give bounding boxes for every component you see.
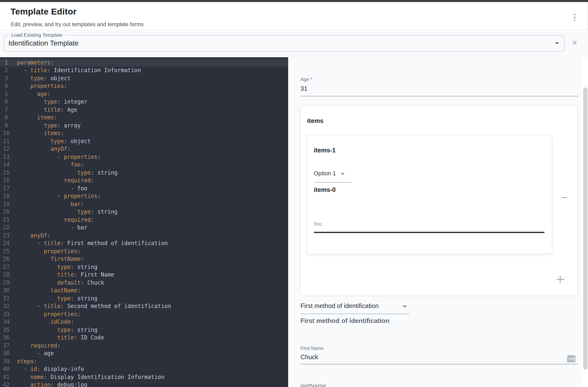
code-line[interactable]: 3 type: object bbox=[0, 74, 288, 82]
autofill-icon[interactable] bbox=[567, 355, 575, 362]
age-input-underline bbox=[300, 96, 578, 96]
line-number: 5 bbox=[0, 90, 13, 98]
code-line[interactable]: 26 firstName: bbox=[0, 255, 288, 263]
code-line[interactable]: 38 - age bbox=[0, 349, 288, 357]
line-number: 7 bbox=[0, 106, 13, 114]
line-number: 12 bbox=[0, 145, 13, 153]
code-line[interactable]: 5 age: bbox=[0, 90, 288, 98]
line-number: 42 bbox=[0, 381, 13, 387]
code-line[interactable]: 42 action: debug:log bbox=[0, 381, 288, 387]
item-variant-select[interactable]: Option 1 bbox=[314, 169, 354, 179]
code-line[interactable]: 36 title: ID Code bbox=[0, 334, 288, 342]
line-number: 28 bbox=[0, 271, 13, 279]
clear-template-button[interactable]: ✕ bbox=[570, 39, 579, 48]
line-number: 20 bbox=[0, 208, 13, 216]
line-number: 21 bbox=[0, 216, 13, 224]
line-number: 14 bbox=[0, 161, 13, 169]
first-name-underline bbox=[300, 364, 578, 365]
code-line[interactable]: 11 type: object bbox=[0, 137, 288, 145]
code-line[interactable]: 22 - bar bbox=[0, 224, 288, 232]
line-number: 18 bbox=[0, 192, 13, 200]
code-line[interactable]: 23 anyOf: bbox=[0, 232, 288, 239]
code-line[interactable]: 40 - id: display-info bbox=[0, 365, 288, 373]
code-line[interactable]: 30 lastName: bbox=[0, 287, 288, 294]
code-line[interactable]: 39steps: bbox=[0, 357, 288, 365]
page-title: Template Editor bbox=[10, 7, 77, 17]
remove-item-button[interactable] bbox=[561, 195, 567, 200]
code-line[interactable]: 31 type: string bbox=[0, 294, 288, 302]
line-number: 3 bbox=[0, 74, 13, 82]
line-number: 15 bbox=[0, 169, 13, 176]
code-line[interactable]: 21 required: bbox=[0, 216, 288, 224]
item-title: items-1 bbox=[314, 147, 336, 154]
line-number: 6 bbox=[0, 98, 13, 106]
identification-method-value: First method of identification bbox=[300, 302, 379, 310]
code-line[interactable]: 9 type: array bbox=[0, 121, 288, 129]
age-input[interactable]: 31 bbox=[300, 85, 308, 92]
code-line[interactable]: 28 title: First Name bbox=[0, 271, 288, 279]
template-loader-section: Load Existing Template Identification Te… bbox=[0, 30, 588, 57]
foo-input-underline bbox=[314, 232, 544, 233]
line-number: 31 bbox=[0, 294, 13, 302]
code-line[interactable]: 35 type: string bbox=[0, 326, 288, 334]
code-line[interactable]: 37 required: bbox=[0, 342, 288, 349]
template-editor-page: Template Editor Edit, preview, and try o… bbox=[0, 0, 588, 387]
code-line[interactable]: 8 items: bbox=[0, 114, 288, 121]
code-line[interactable]: 14 foo: bbox=[0, 161, 288, 169]
items-heading: items bbox=[307, 117, 323, 125]
add-item-button[interactable] bbox=[556, 275, 564, 283]
code-line[interactable]: 13 - properties: bbox=[0, 153, 288, 161]
code-line[interactable]: 34 idCode: bbox=[0, 318, 288, 326]
first-name-input[interactable]: Chuck bbox=[300, 353, 318, 361]
line-number: 33 bbox=[0, 310, 13, 318]
code-line[interactable]: 18 - properties: bbox=[0, 192, 288, 200]
code-line[interactable]: 12 anyOf: bbox=[0, 145, 288, 153]
line-number: 23 bbox=[0, 232, 13, 239]
page-scrollbar-thumb[interactable] bbox=[583, 87, 588, 370]
code-line[interactable]: 32 - title: Second method of identificat… bbox=[0, 302, 288, 310]
line-number: 32 bbox=[0, 302, 13, 310]
code-line[interactable]: 15 type: string bbox=[0, 169, 288, 176]
method-select-underline bbox=[300, 313, 409, 314]
code-line[interactable]: 7 title: Age bbox=[0, 106, 288, 114]
line-number: 19 bbox=[0, 200, 13, 208]
minus-icon bbox=[562, 197, 567, 198]
identification-method-select[interactable]: First method of identification bbox=[300, 302, 409, 312]
code-line[interactable]: 10 items: bbox=[0, 129, 288, 137]
code-line[interactable]: 4 properties: bbox=[0, 82, 288, 90]
code-line[interactable]: 20 type: string bbox=[0, 208, 288, 216]
line-number: 36 bbox=[0, 334, 13, 342]
code-line[interactable]: 1parameters: bbox=[0, 59, 288, 67]
kebab-menu-icon[interactable] bbox=[571, 12, 579, 24]
code-line[interactable]: 33 properties: bbox=[0, 310, 288, 318]
method-section-heading: First method of identification bbox=[300, 317, 389, 325]
item-variant-value: Option 1 bbox=[314, 170, 336, 176]
load-template-label: Load Existing Template bbox=[9, 32, 64, 38]
chevron-down-icon bbox=[402, 306, 407, 308]
load-template-select[interactable]: Load Existing Template Identification Te… bbox=[4, 35, 565, 51]
line-number: 25 bbox=[0, 247, 13, 255]
code-line[interactable]: 24 - title: First method of identificati… bbox=[0, 239, 288, 247]
code-line[interactable]: 25 properties: bbox=[0, 247, 288, 255]
line-number: 13 bbox=[0, 153, 13, 161]
line-number: 24 bbox=[0, 239, 13, 247]
items-entry-card: items-1 Option 1 items-0 foo bbox=[307, 135, 552, 254]
foo-input[interactable]: foo bbox=[314, 220, 322, 227]
code-line[interactable]: 29 default: Chuck bbox=[0, 279, 288, 287]
code-line[interactable]: 41 name: Display Identification Informat… bbox=[0, 373, 288, 381]
yaml-code-editor[interactable]: 1parameters:2 - title: Identification In… bbox=[0, 57, 288, 387]
chevron-down-icon bbox=[340, 173, 344, 175]
line-number: 22 bbox=[0, 224, 13, 232]
line-number: 27 bbox=[0, 263, 13, 271]
code-line[interactable]: 16 required: bbox=[0, 176, 288, 184]
line-number: 34 bbox=[0, 318, 13, 326]
code-line[interactable]: 2 - title: Identification Information bbox=[0, 67, 288, 74]
code-line[interactable]: 17 - foo bbox=[0, 184, 288, 192]
code-line[interactable]: 27 type: string bbox=[0, 263, 288, 271]
line-number: 30 bbox=[0, 287, 13, 294]
line-number: 37 bbox=[0, 342, 13, 349]
code-line[interactable]: 6 type: integer bbox=[0, 98, 288, 106]
code-line[interactable]: 19 bar: bbox=[0, 200, 288, 208]
line-number: 35 bbox=[0, 326, 13, 334]
line-number: 1 bbox=[0, 59, 13, 67]
